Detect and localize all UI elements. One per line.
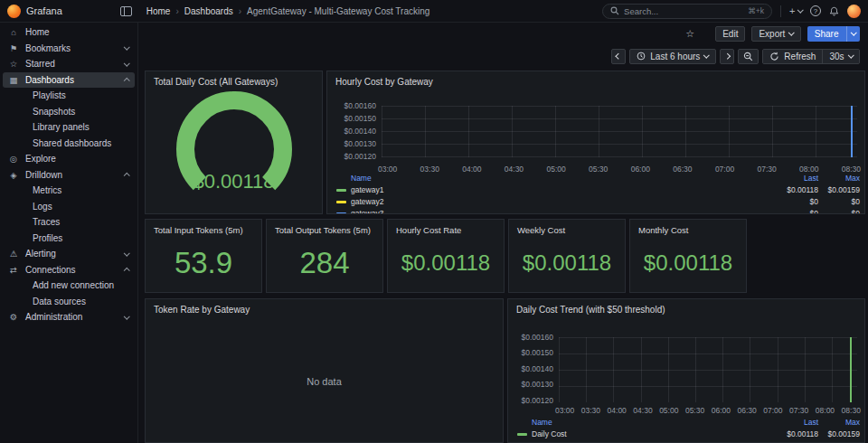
- legend-row[interactable]: Daily Cost $0.00118 $0.00159: [517, 429, 860, 440]
- y-tick-label: $0.00160: [344, 102, 376, 110]
- sidebar-item[interactable]: Profiles: [3, 231, 135, 247]
- legend-row[interactable]: gateway1 $0.00118 $0.00159: [336, 184, 860, 196]
- new-menu-button[interactable]: +: [789, 5, 802, 16]
- sidebar-item[interactable]: ▦ Dashboards: [3, 72, 135, 89]
- sidebar-item-icon: ⚙: [9, 313, 18, 322]
- search-icon: [610, 6, 619, 15]
- star-icon[interactable]: ☆: [685, 29, 694, 39]
- stats-row: Total Input Tokens (5m) 53.9 Total Outpu…: [145, 219, 747, 293]
- dock-sidebar-icon[interactable]: [120, 6, 132, 16]
- x-tick-label: 04:00: [608, 407, 627, 415]
- divider: [780, 5, 781, 17]
- x-tick-label: 05:30: [685, 407, 704, 415]
- sidebar-item[interactable]: ⇄ Connections: [3, 262, 135, 278]
- legend-header-row: Name Last Max: [336, 173, 860, 184]
- breadcrumb-item[interactable]: Dashboards: [170, 6, 232, 16]
- sidebar-item-icon: ⌂: [9, 28, 18, 37]
- breadcrumb-item[interactable]: AgentGateway - Multi-Gateway Cost Tracki…: [233, 6, 430, 16]
- sidebar-item-icon: ◈: [9, 171, 18, 180]
- refresh-interval-dropdown[interactable]: 30s: [822, 50, 859, 63]
- panel-title: Hourly Cost by Gateway: [327, 71, 864, 92]
- export-button[interactable]: Export: [751, 26, 800, 42]
- sidebar-item[interactable]: Add new connection: [3, 278, 135, 294]
- sidebar-item[interactable]: Playlists: [3, 88, 135, 104]
- sidebar-item[interactable]: ⚠ Alerting: [3, 246, 135, 262]
- share-menu-caret[interactable]: [846, 26, 861, 42]
- sidebar-item-icon: ▦: [9, 76, 18, 85]
- series-name[interactable]: gateway1: [351, 186, 777, 194]
- legend-row[interactable]: gateway3 $0 $0: [336, 208, 860, 214]
- time-shift-back-button[interactable]: [611, 49, 627, 64]
- trend-chart-plot[interactable]: [559, 337, 857, 402]
- y-tick-label: $0.00130: [522, 381, 553, 389]
- sidebar-item[interactable]: Shared dashboards: [3, 136, 135, 152]
- series-name[interactable]: gateway2: [351, 198, 777, 206]
- series-max-value: $0.00159: [818, 186, 860, 194]
- sidebar-item[interactable]: ◈ Drilldown: [3, 167, 135, 184]
- time-shift-forward-button[interactable]: [720, 49, 735, 64]
- sidebar-item-label: Playlists: [33, 90, 66, 100]
- sidebar-item[interactable]: Library panels: [3, 119, 135, 136]
- sidebar-item-label: Metrics: [33, 185, 61, 195]
- dashboard-toolbar: ☆ Edit Export Share: [138, 23, 868, 44]
- sidebar-item-label: Explore: [25, 154, 56, 164]
- x-tick-label: 07:30: [789, 407, 808, 415]
- sidebar-item[interactable]: Logs: [3, 199, 135, 215]
- refresh-button[interactable]: Refresh: [763, 50, 822, 63]
- sidebar-item-label: Home: [25, 27, 50, 37]
- legend-header-last[interactable]: Last: [777, 174, 818, 183]
- y-tick-label: $0.00120: [344, 153, 376, 161]
- series-name[interactable]: gateway3: [351, 210, 777, 214]
- sidebar-item-label: Bookmarks: [25, 43, 71, 53]
- legend-header-max[interactable]: Max: [818, 174, 860, 183]
- sidebar-item-icon: ⚑: [9, 44, 18, 53]
- panel-daily-cost-trend: Daily Cost Trend (with $50 threshold) $0…: [507, 298, 865, 443]
- brand-name: Grafana: [26, 5, 62, 16]
- x-tick-label: 08:00: [816, 407, 835, 415]
- sidebar-item-label: Alerting: [25, 249, 56, 259]
- sidebar-item[interactable]: ☆ Starred: [3, 56, 135, 72]
- y-tick-label: $0.00140: [522, 365, 553, 373]
- sidebar-item-label: Drilldown: [25, 170, 62, 180]
- chevron-down-icon: [788, 29, 794, 34]
- legend-row[interactable]: gateway2 $0 $0: [336, 196, 860, 208]
- sidebar-item[interactable]: Data sources: [3, 294, 135, 310]
- sidebar-item[interactable]: ⚙ Administration: [3, 309, 135, 325]
- help-icon[interactable]: ?: [810, 5, 821, 16]
- zoom-out-icon[interactable]: [738, 49, 759, 64]
- time-range-picker[interactable]: Last 6 hours: [629, 49, 716, 64]
- share-button[interactable]: Share: [807, 26, 860, 42]
- sidebar-item-label: Traces: [33, 217, 60, 227]
- breadcrumb-item[interactable]: Home: [146, 6, 171, 16]
- sidebar-item[interactable]: Snapshots: [3, 104, 135, 120]
- sidebar-item[interactable]: ⌂ Home: [3, 24, 135, 41]
- grafana-logo-icon[interactable]: [7, 5, 21, 18]
- sidebar-item-icon: ⚠: [9, 250, 18, 259]
- edit-button[interactable]: Edit: [715, 26, 745, 42]
- legend-rows: Daily Cost $0.00118 $0.00159: [517, 429, 860, 440]
- legend-rows: gateway1 $0.00118 $0.00159 gateway2 $0 $…: [336, 184, 860, 214]
- hourly-chart-plot[interactable]: [382, 106, 857, 157]
- sidebar-item[interactable]: ◎ Explore: [3, 151, 135, 167]
- user-avatar[interactable]: [847, 5, 861, 18]
- sidebar-item[interactable]: Traces: [3, 214, 135, 231]
- stat-value: 53.9: [146, 238, 261, 288]
- legend-header-name[interactable]: Name: [336, 174, 777, 183]
- stat-panel: Total Output Tokens (5m) 284: [266, 219, 383, 293]
- panel-hourly-cost: Hourly Cost by Gateway $0.00160$0.00150$…: [326, 71, 865, 214]
- legend-header-max[interactable]: Max: [818, 419, 860, 427]
- sidebar-item[interactable]: ⚑ Bookmarks: [3, 41, 135, 57]
- series-name[interactable]: Daily Cost: [532, 430, 777, 438]
- time-controls: Last 6 hours Refresh 30s: [138, 47, 868, 65]
- search-input[interactable]: Search... ⌘+k: [602, 4, 772, 19]
- legend-header-last[interactable]: Last: [777, 419, 818, 427]
- sidebar-item-icon: ⇄: [9, 266, 18, 275]
- notifications-bell-icon[interactable]: [829, 6, 839, 16]
- search-placeholder: Search...: [624, 6, 743, 16]
- legend-header-name[interactable]: Name: [517, 419, 777, 427]
- clock-icon: [637, 52, 646, 61]
- chevron-icon: [124, 173, 129, 178]
- sidebar-item[interactable]: Metrics: [3, 183, 135, 199]
- x-tick-label: 03:30: [581, 407, 600, 415]
- sidebar-item-label: Profiles: [33, 233, 62, 243]
